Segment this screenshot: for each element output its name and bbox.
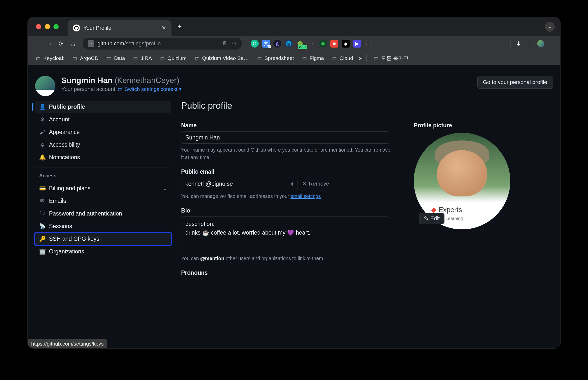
folder-icon: 🗀 — [332, 55, 337, 61]
sidebar-item-sessions[interactable]: 📡Sessions — [35, 220, 171, 233]
reload-button[interactable]: ⟳ — [56, 39, 66, 48]
bookmark-folder[interactable]: 🗀Quizium — [157, 54, 190, 63]
person-icon: 👤 — [39, 104, 46, 110]
ext-icon-5[interactable]: 🟢200+ — [296, 40, 304, 48]
profile-avatar-icon[interactable] — [537, 40, 544, 47]
bookmark-folder[interactable]: 🗀Keycloak — [33, 54, 67, 63]
mail-icon: ✉ — [39, 198, 46, 204]
browser-toolbar: ← → ⟳ ⌂ ⇆ github.com/settings/profile ⎘ … — [28, 36, 560, 52]
email-label: Public email — [181, 168, 394, 175]
url-bar[interactable]: ⇆ github.com/settings/profile ⎘ ☆ — [83, 38, 242, 50]
sidebar-item-public-profile[interactable]: 👤Public profile — [35, 101, 171, 113]
extensions-menu-icon[interactable]: ⬚ — [365, 40, 372, 48]
tab-strip: Your Profile ✕ + ⌄ — [28, 17, 560, 36]
sidebar-item-billing[interactable]: 💳Billing and plans⌄ — [35, 182, 171, 195]
sidebar-item-ssh-keys[interactable]: 🔑SSH and GPG keys — [35, 233, 171, 245]
folder-icon: 🗀 — [106, 55, 112, 61]
install-app-icon[interactable]: ⎘ — [223, 40, 227, 47]
bookmark-folder[interactable]: 🗀Quizium Video Sa… — [192, 54, 252, 63]
ext-icon-7[interactable]: ◉ — [319, 40, 327, 48]
minimize-window-icon[interactable] — [45, 24, 50, 29]
edit-picture-button[interactable]: ✎Edit — [419, 213, 444, 224]
email-hint: You can manage verified email addresses … — [181, 192, 394, 200]
bookmark-folder[interactable]: 🗀JIRA — [130, 54, 155, 63]
bio-label: Bio — [181, 207, 394, 214]
close-window-icon[interactable] — [36, 24, 41, 29]
name-label: Name — [181, 122, 394, 129]
bookmark-folder[interactable]: 🗀Figma — [299, 54, 327, 63]
close-tab-icon[interactable]: ✕ — [162, 25, 166, 31]
grammarly-ext-icon[interactable]: G — [251, 40, 259, 48]
sidebar-item-organizations[interactable]: 🏢Organizations — [35, 245, 171, 258]
tabs-overflow-button[interactable]: ⌄ — [545, 22, 555, 32]
sidebar-item-appearance[interactable]: 🖌Appearance — [35, 126, 171, 138]
forward-button[interactable]: → — [45, 39, 54, 48]
close-icon: ✕ — [302, 181, 307, 187]
browser-tab[interactable]: Your Profile ✕ — [68, 20, 172, 36]
bookmarks-bar: 🗀Keycloak 🗀ArgoCD 🗀Data 🗀JIRA 🗀Quizium 🗀… — [28, 52, 560, 65]
bookmarks-overflow-icon[interactable]: » — [359, 55, 362, 62]
sidebar-item-password[interactable]: 🛡Password and authentication — [35, 207, 171, 220]
bio-hint: You can @mention other users and organiz… — [181, 255, 394, 262]
bookmark-folder[interactable]: 🗀Data — [103, 54, 128, 63]
ext-icon-4[interactable]: 🌐 — [285, 40, 293, 48]
settings-main: Public profile Name Your name may appear… — [181, 101, 553, 284]
back-button[interactable]: ← — [33, 39, 42, 48]
sidebar-item-notifications[interactable]: 🔔Notifications — [35, 151, 171, 164]
page-content: Sungmin Han (KennethanCeyer) Your person… — [28, 65, 560, 348]
email-settings-link[interactable]: email settings — [291, 193, 321, 199]
folder-icon: 🗀 — [160, 55, 165, 61]
select-caret-icon: ▴▾ — [291, 181, 293, 187]
bookmark-star-icon[interactable]: ☆ — [231, 40, 237, 47]
divider — [181, 115, 553, 115]
ext-icon-8[interactable]: ≡ — [330, 40, 338, 48]
card-icon: 💳 — [39, 185, 46, 192]
sidebar-item-account[interactable]: ⚙Account — [35, 113, 171, 126]
bio-textarea[interactable] — [181, 217, 389, 251]
home-button[interactable]: ⌂ — [68, 39, 78, 48]
folder-icon: 🗀 — [195, 55, 200, 61]
bookmark-folder[interactable]: 🗀Spreadsheet — [254, 54, 297, 63]
org-icon: 🏢 — [39, 248, 46, 255]
remove-email-button[interactable]: ✕Remove — [302, 181, 329, 187]
translate-ext-icon[interactable]: 文A — [262, 40, 270, 48]
email-select[interactable]: kenneth@pigno.se ▴▾ — [181, 178, 297, 190]
bookmark-folder[interactable]: 🗀Cloud — [329, 54, 356, 63]
brush-icon: 🖌 — [39, 129, 46, 136]
browser-window: Your Profile ✕ + ⌄ ← → ⟳ ⌂ ⇆ github.com/… — [28, 17, 560, 348]
email-value: kenneth@pigno.se — [185, 181, 233, 187]
avatar[interactable] — [35, 76, 55, 96]
profile-picture: ◆ Expertsachine Learning ✎Edit — [414, 133, 510, 229]
status-bar-link-preview: https://github.com/settings/keys — [28, 339, 107, 348]
gear-icon: ⚙ — [39, 116, 46, 123]
url-text: github.com/settings/profile — [98, 40, 161, 47]
section-title: Public profile — [181, 101, 553, 111]
site-settings-icon[interactable]: ⇆ — [88, 40, 94, 47]
pencil-icon: ✎ — [424, 215, 428, 222]
bookmark-folder[interactable]: 🗀ArgoCD — [69, 54, 101, 63]
downloads-icon[interactable]: ⬇ — [516, 40, 521, 47]
name-input[interactable] — [181, 131, 389, 144]
new-tab-button[interactable]: + — [177, 22, 182, 31]
accessibility-icon: ✲ — [39, 142, 46, 148]
header-text: Sungmin Han (KennethanCeyer) Your person… — [61, 76, 182, 92]
folder-icon: 🗀 — [373, 55, 379, 61]
folder-icon: 🗀 — [302, 55, 307, 61]
folder-icon: 🗀 — [72, 55, 77, 61]
folder-icon: 🗀 — [36, 55, 41, 61]
chevron-down-icon: ⌄ — [163, 186, 167, 191]
all-bookmarks-folder[interactable]: 🗀모든 북마크 — [370, 53, 412, 63]
sidebar-item-accessibility[interactable]: ✲Accessibility — [35, 138, 171, 151]
switch-context-link[interactable]: Switch settings context ▾ — [124, 86, 181, 92]
sidebar-heading-access: Access — [35, 171, 171, 182]
ext-icon-3[interactable]: ◐ — [273, 40, 281, 48]
go-to-profile-button[interactable]: Go to your personal profile — [477, 76, 553, 89]
settings-sidebar: 👤Public profile ⚙Account 🖌Appearance ✲Ac… — [35, 101, 171, 284]
ext-icon-9[interactable]: ◆ — [342, 40, 350, 48]
sidebar-item-emails[interactable]: ✉Emails — [35, 195, 171, 207]
ext-icon-10[interactable]: ▶ — [353, 40, 361, 48]
ext-icon-6[interactable]: 〰 — [308, 40, 316, 48]
sidepanel-icon[interactable]: ◫ — [526, 40, 532, 47]
maximize-window-icon[interactable] — [53, 24, 59, 29]
kebab-menu-icon[interactable]: ⋮ — [550, 40, 555, 47]
